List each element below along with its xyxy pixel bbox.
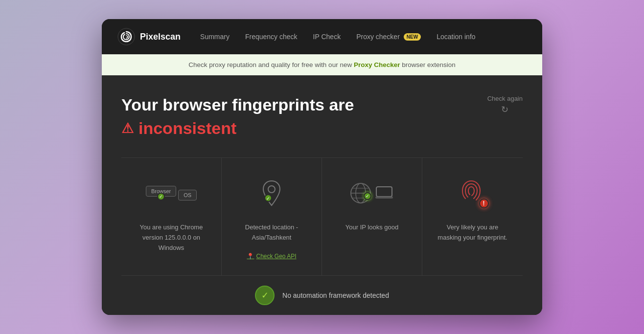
warning-triangle-icon: ⚠ [121, 120, 134, 136]
automation-status-text: No automation framework detected [282, 291, 389, 299]
ip-check-dot: ✓ [364, 192, 371, 200]
logo-text: Pixelscan [140, 32, 181, 42]
nav-proxy-checker-wrap: Proxy checker NEW [356, 33, 421, 41]
location-illustration: ✓ [254, 176, 289, 210]
check-geo-api-link[interactable]: 📍 Check Geo API [247, 253, 296, 260]
card-location: ✓ Detected location - Asia/Tashkent 📍 Ch… [222, 158, 322, 275]
banner-text-after: browser extension [400, 61, 455, 68]
nav-summary[interactable]: Summary [200, 33, 230, 41]
refresh-icon: ↻ [487, 104, 523, 115]
nav-location-info[interactable]: Location info [437, 33, 475, 41]
promo-banner: Check proxy reputation and quality for f… [102, 54, 542, 75]
ip-illustration: ✓ [350, 182, 394, 204]
card-location-text: Detected location - Asia/Tashkent [233, 223, 310, 243]
hero-section: Your browser fingerprints are ⚠ inconsis… [121, 95, 523, 138]
svg-point-1 [268, 186, 275, 193]
browser-os-illustration: Browser ✓ OS [146, 186, 197, 200]
os-box: OS [178, 190, 197, 200]
hero-text: Your browser fingerprints are ⚠ inconsis… [121, 95, 354, 138]
card-fingerprint: ! Very likely you are masking your finge… [422, 158, 523, 275]
svg-rect-9 [376, 187, 392, 197]
card-ip: ✓ Your IP looks good [322, 158, 422, 275]
card-browser-os-text: You are using Chrome version 125.0.0.0 o… [133, 223, 209, 253]
main-content: Your browser fingerprints are ⚠ inconsis… [102, 75, 542, 314]
logo[interactable]: Pixelscan [117, 28, 181, 45]
fingerprint-illustration: ! [456, 176, 490, 210]
svg-point-0 [118, 28, 135, 45]
fingerprint-icon-area: ! [456, 174, 490, 213]
nav-frequency-check[interactable]: Frequency check [245, 33, 298, 41]
browser-window: Pixelscan Summary Frequency check IP Che… [102, 19, 542, 314]
navbar: Pixelscan Summary Frequency check IP Che… [102, 19, 542, 54]
nav-links: Summary Frequency check IP Check Proxy c… [200, 33, 527, 41]
ip-icon-area: ✓ [350, 174, 394, 213]
svg-text:✓: ✓ [266, 196, 270, 201]
browser-os-icon-area: Browser ✓ OS [146, 174, 197, 213]
card-ip-text: Your IP looks good [345, 223, 398, 233]
cards-row: Browser ✓ OS You are using Chrome versio… [121, 157, 523, 275]
nav-proxy-checker[interactable]: Proxy checker [356, 33, 400, 41]
card-fingerprint-text: Very likely you are masking your fingerp… [434, 223, 511, 243]
card-browser-os: Browser ✓ OS You are using Chrome versio… [121, 158, 222, 275]
location-icon-area: ✓ [254, 174, 289, 213]
browser-check-dot: ✓ [157, 193, 165, 200]
banner-text-before: Check proxy reputation and quality for f… [188, 61, 354, 68]
hero-line1: Your browser fingerprints are [121, 95, 354, 115]
pin-icon: 📍 [247, 253, 254, 260]
svg-rect-10 [375, 197, 393, 199]
check-again-button[interactable]: Check again ↻ [487, 95, 523, 115]
fingerprint-alert-dot: ! [479, 199, 489, 208]
bottom-bar: ✓ No automation framework detected [121, 275, 523, 315]
nav-ip-check[interactable]: IP Check [313, 33, 341, 41]
new-badge: NEW [404, 33, 421, 41]
inconsistent-label: ⚠ inconsistent [121, 119, 354, 138]
automation-check-badge: ✓ [255, 286, 275, 305]
banner-link[interactable]: Proxy Checker [354, 61, 400, 68]
